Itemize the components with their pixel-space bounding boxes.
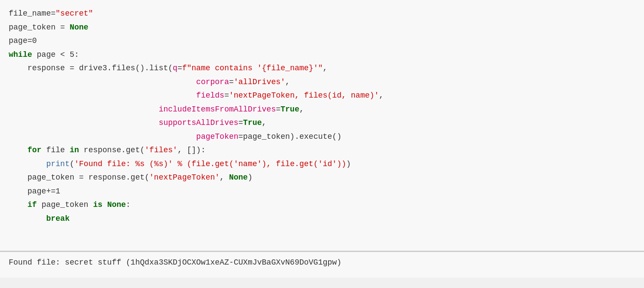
code-line-2: page_token = None: [9, 21, 635, 35]
output-text: Found file: secret stuff (1hQdxa3SKDjOCX…: [9, 258, 635, 267]
code-line-14: page+=1: [9, 185, 635, 199]
code-line-12: print('Found file: %s (%s)' % (file.get(…: [9, 157, 635, 171]
code-line-13: page_token = response.get('nextPageToken…: [9, 171, 635, 185]
code-line-15: if page_token is None:: [9, 198, 635, 212]
code-line-1: file_name="secret": [9, 7, 635, 21]
code-line-16: break: [9, 212, 635, 226]
code-line-11: for file in response.get('files', []):: [9, 144, 635, 157]
code-line-6: corpora='allDrives',: [9, 75, 635, 89]
output-block: Found file: secret stuff (1hQdxa3SKDjOCX…: [0, 252, 644, 278]
code-line-8: includeItemsFromAllDrives=True,: [9, 103, 635, 117]
code-block: file_name="secret" page_token = None pag…: [0, 0, 644, 252]
code-line-5: response = drive3.files().list(q=f"name …: [9, 62, 635, 75]
code-line-7: fields='nextPageToken, files(id, name)',: [9, 89, 635, 103]
code-line-10: pageToken=page_token).execute(): [9, 130, 635, 144]
code-line-3: page=0: [9, 34, 635, 48]
code-line-4: while page < 5:: [9, 48, 635, 62]
code-line-9: supportsAllDrives=True,: [9, 116, 635, 130]
